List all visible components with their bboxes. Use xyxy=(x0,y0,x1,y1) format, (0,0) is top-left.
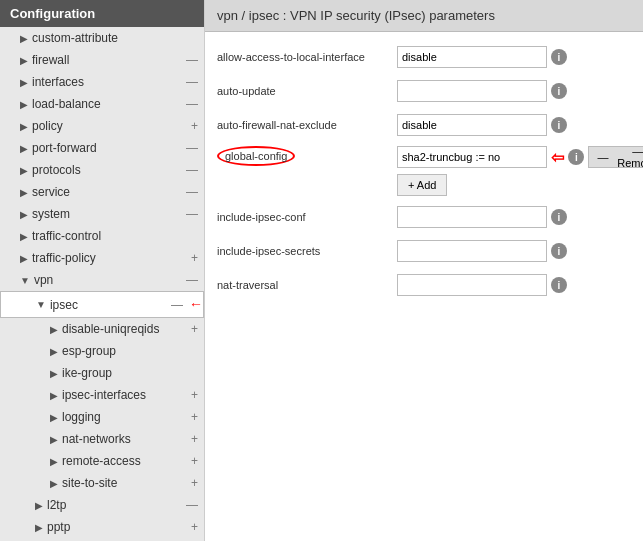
sidebar-item-system[interactable]: ▶ system — xyxy=(0,203,204,225)
sidebar-item-traffic-control[interactable]: ▶ traffic-control xyxy=(0,225,204,247)
sidebar-item-vpn[interactable]: ▼ vpn — xyxy=(0,269,204,291)
minus-icon: — xyxy=(186,496,198,514)
sidebar-item-port-forward[interactable]: ▶ port-forward — xyxy=(0,137,204,159)
plus-icon: + xyxy=(191,386,198,404)
arrow-icon: ▶ xyxy=(50,476,58,491)
arrow-icon: ▼ xyxy=(20,273,30,288)
sidebar-item-remote-access[interactable]: ▶ remote-access + xyxy=(0,450,204,472)
minus-icon: — xyxy=(186,271,198,289)
remove-minus-icon: — xyxy=(597,151,608,163)
info-icon[interactable]: i xyxy=(551,49,567,65)
plus-icon: + xyxy=(191,117,198,135)
arrow-icon: ▶ xyxy=(20,75,28,90)
arrow-icon: ▶ xyxy=(50,388,58,403)
main-panel: vpn / ipsec : VPN IP security (IPsec) pa… xyxy=(205,0,643,541)
sidebar-item-label: interfaces xyxy=(32,73,182,91)
sidebar-item-nat-networks[interactable]: ▶ nat-networks + xyxy=(0,428,204,450)
minus-icon: — xyxy=(186,183,198,201)
global-config-values: ⇦ i — — Remove + Add xyxy=(397,146,643,196)
sidebar-item-traffic-policy[interactable]: ▶ traffic-policy + xyxy=(0,247,204,269)
plus-icon: + xyxy=(191,518,198,536)
allow-access-label: allow-access-to-local-interface xyxy=(217,51,397,63)
info-icon[interactable]: i xyxy=(568,149,584,165)
arrow-icon: ▶ xyxy=(20,97,28,112)
sidebar-item-label: remote-access xyxy=(62,452,187,470)
sidebar-item-label: protocols xyxy=(32,161,182,179)
allow-access-input[interactable] xyxy=(397,46,547,68)
sidebar-item-site-to-site[interactable]: ▶ site-to-site + xyxy=(0,472,204,494)
arrow-icon: ▶ xyxy=(35,520,43,535)
sidebar-item-label: site-to-site xyxy=(62,474,187,492)
sidebar-item-disable-uniqreqids[interactable]: ▶ disable-uniqreqids + xyxy=(0,318,204,340)
arrow-icon: ▶ xyxy=(20,185,28,200)
remove-button[interactable]: — — Remove xyxy=(588,146,643,168)
sidebar-item-label: system xyxy=(32,205,182,223)
sidebar-item-ipsec-interfaces[interactable]: ▶ ipsec-interfaces + xyxy=(0,384,204,406)
info-icon[interactable]: i xyxy=(551,83,567,99)
arrow-icon: ▶ xyxy=(50,344,58,359)
sidebar-item-label: ike-group xyxy=(62,364,204,382)
arrow-icon: ▶ xyxy=(20,251,28,266)
add-label: + Add xyxy=(408,179,436,191)
sidebar-item-policy[interactable]: ▶ policy + xyxy=(0,115,204,137)
sidebar-item-logging[interactable]: ▶ logging + xyxy=(0,406,204,428)
include-ipsec-secrets-input[interactable] xyxy=(397,240,547,262)
arrow-icon: ▶ xyxy=(20,53,28,68)
arrow-icon: ▶ xyxy=(50,432,58,447)
sidebar-item-ike-group[interactable]: ▶ ike-group xyxy=(0,362,204,384)
sidebar-item-label: traffic-policy xyxy=(32,249,187,267)
include-ipsec-conf-control: i xyxy=(397,206,567,228)
nat-traversal-control: i xyxy=(397,274,567,296)
auto-update-label: auto-update xyxy=(217,85,397,97)
sidebar-item-label: service xyxy=(32,183,182,201)
sidebar-item-label: disable-uniqreqids xyxy=(62,320,187,338)
info-icon[interactable]: i xyxy=(551,117,567,133)
global-config-row: global-config ⇦ i — — Remove + Add xyxy=(217,146,631,196)
sidebar-item-load-balance[interactable]: ▶ load-balance — xyxy=(0,93,204,115)
sidebar-item-label: load-balance xyxy=(32,95,182,113)
arrow-icon: ▶ xyxy=(20,119,28,134)
add-row: + Add xyxy=(397,174,643,196)
arrow-icon: ▶ xyxy=(35,498,43,513)
global-config-input[interactable] xyxy=(397,146,547,168)
sidebar-item-esp-group[interactable]: ▶ esp-group xyxy=(0,340,204,362)
arrow-icon: ▶ xyxy=(50,322,58,337)
sidebar-item-protocols[interactable]: ▶ protocols — xyxy=(0,159,204,181)
include-ipsec-conf-input[interactable] xyxy=(397,206,547,228)
minus-icon: — xyxy=(171,296,183,314)
nat-traversal-input[interactable] xyxy=(397,274,547,296)
auto-firewall-row: auto-firewall-nat-exclude i xyxy=(217,112,631,138)
sidebar-item-label: port-forward xyxy=(32,139,182,157)
main-header: vpn / ipsec : VPN IP security (IPsec) pa… xyxy=(205,0,643,32)
include-ipsec-secrets-control: i xyxy=(397,240,567,262)
red-arrow-indicator: ← xyxy=(189,294,203,315)
add-button[interactable]: + Add xyxy=(397,174,447,196)
main-content: allow-access-to-local-interface i auto-u… xyxy=(205,32,643,318)
global-config-value-row: ⇦ i — — Remove xyxy=(397,146,643,168)
plus-icon: + xyxy=(191,320,198,338)
info-icon[interactable]: i xyxy=(551,209,567,225)
sidebar-item-pptp[interactable]: ▶ pptp + xyxy=(0,516,204,538)
plus-icon: + xyxy=(191,452,198,470)
sidebar-item-firewall[interactable]: ▶ firewall — xyxy=(0,49,204,71)
allow-access-row: allow-access-to-local-interface i xyxy=(217,44,631,70)
nat-traversal-label: nat-traversal xyxy=(217,279,397,291)
auto-firewall-input[interactable] xyxy=(397,114,547,136)
sidebar: Configuration ▶ custom-attribute ▶ firew… xyxy=(0,0,205,541)
arrow-icon: ▶ xyxy=(20,207,28,222)
sidebar-item-custom-attribute[interactable]: ▶ custom-attribute xyxy=(0,27,204,49)
sidebar-item-label: custom-attribute xyxy=(32,29,204,47)
auto-update-input[interactable] xyxy=(397,80,547,102)
remove-label: — Remove xyxy=(612,145,643,169)
sidebar-item-service[interactable]: ▶ service — xyxy=(0,181,204,203)
include-ipsec-conf-row: include-ipsec-conf i xyxy=(217,204,631,230)
sidebar-item-interfaces[interactable]: ▶ interfaces — xyxy=(0,71,204,93)
info-icon[interactable]: i xyxy=(551,243,567,259)
sidebar-item-l2tp[interactable]: ▶ l2tp — xyxy=(0,494,204,516)
minus-icon: — xyxy=(186,205,198,223)
auto-firewall-label: auto-firewall-nat-exclude xyxy=(217,119,397,131)
info-icon[interactable]: i xyxy=(551,277,567,293)
minus-icon: — xyxy=(186,161,198,179)
sidebar-item-ipsec[interactable]: ▼ ipsec — ← xyxy=(0,291,204,318)
include-ipsec-conf-label: include-ipsec-conf xyxy=(217,211,397,223)
